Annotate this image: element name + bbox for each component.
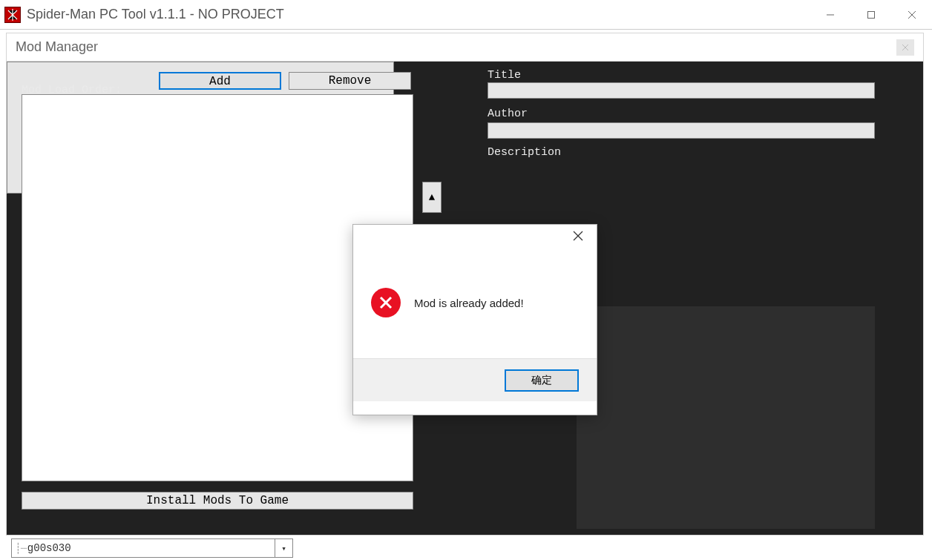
window-titlebar: Spider-Man PC Tool v1.1.1 - NO PROJECT [0,0,932,30]
move-up-button[interactable]: ▲ [422,182,442,213]
mod-manager-close-button[interactable] [896,39,914,56]
chevron-down-icon[interactable]: ▾ [275,539,292,557]
error-dialog: Mod is already added! 确定 [352,224,597,415]
svg-rect-2 [867,11,874,18]
remove-button[interactable]: Remove [289,72,411,90]
author-label: Author [488,108,528,120]
mod-manager-title: Mod Manager [16,39,896,55]
close-button[interactable] [891,0,932,29]
author-input[interactable] [488,122,875,139]
error-icon [371,288,401,317]
maximize-button[interactable] [850,0,891,29]
install-mods-button[interactable]: Install Mods To Game [22,492,413,510]
description-label: Description [488,146,561,159]
mod-manager-titlebar: Mod Manager [7,33,923,62]
window-controls [810,0,932,29]
preview-pane [577,306,875,529]
title-label: Title [488,69,521,82]
app-icon [4,7,21,23]
tree-item-label: g00s030 [27,542,275,554]
add-button[interactable]: Add [159,72,281,90]
title-input[interactable] [488,82,875,99]
minimize-button[interactable] [810,0,850,29]
tree-lines-icon: ┊┈ [12,542,26,555]
dialog-ok-button[interactable]: 确定 [505,369,579,392]
window-title: Spider-Man PC Tool v1.1.1 - NO PROJECT [27,7,810,22]
asset-tree-dropdown[interactable]: ┊┈ g00s030 ▾ [11,538,293,558]
dialog-close-button[interactable] [567,225,589,247]
dialog-message: Mod is already added! [414,297,524,309]
